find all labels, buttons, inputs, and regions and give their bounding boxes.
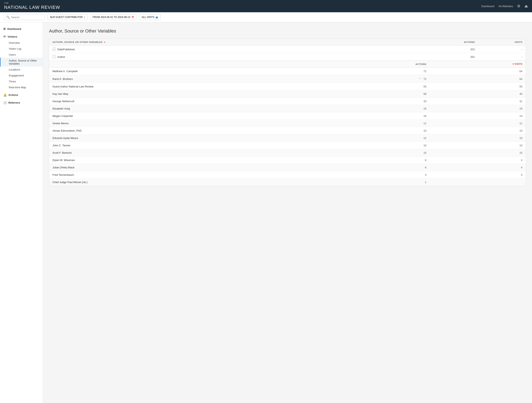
sub-row-actions: 16 — [328, 112, 430, 120]
sub-row-name: Ameer Benno — [49, 120, 328, 127]
variable-sort-arrow[interactable]: ▾ — [104, 41, 105, 43]
sidebar-actions-label: Actions — [8, 93, 18, 97]
bell-icon: 🔔 — [3, 93, 7, 97]
sub-row-name: Kay Van Wey — [49, 90, 328, 98]
sidebar-group-actions[interactable]: 🔔 Actions — [0, 91, 43, 98]
sidebar-item-author-source[interactable]: Author, Source or Other Variables — [0, 58, 43, 67]
sidebar-item-visitor-log[interactable]: Visitor Log — [0, 46, 43, 52]
sidebar-group-visitors[interactable]: ♾ Visitors — [0, 33, 43, 40]
sidebar-item-times[interactable]: Times — [0, 78, 43, 84]
sub-row-visits: 3 — [430, 171, 526, 179]
sub-row-visits: 31 — [430, 98, 526, 105]
sidebar-item-locations[interactable]: Locations — [0, 67, 43, 72]
logo-sub: THE — [4, 2, 60, 5]
sub-row-actions: 〰72 — [328, 75, 430, 83]
table-row: Scott F. Bertschi1010 — [49, 149, 526, 156]
table-row: − Author 392 - — [49, 53, 526, 61]
visits-filter-button[interactable]: ALL VISITS 👥 — [139, 14, 161, 20]
sub-col-visits[interactable]: ▾ VISITS — [430, 61, 526, 68]
expand-icon-datepublished[interactable]: + — [52, 48, 56, 51]
sub-row-visits: 4 — [430, 164, 526, 171]
search-box[interactable]: 🔍 — [4, 14, 45, 20]
grid-icon: ⊞ — [3, 27, 6, 30]
sub-row-name: Julian (Pete) Mack — [49, 164, 328, 171]
exit-icon[interactable]: ⏏ — [525, 4, 528, 8]
trend-icon[interactable]: 〰 — [418, 77, 422, 80]
layout: ⊞ Dashboard ♾ Visitors Overview Visitor … — [0, 22, 532, 403]
sidebar-dashboard-label: Dashboard — [7, 27, 21, 30]
visitors-icon: ♾ — [3, 35, 6, 38]
toolbar: 🔍 NLR GUEST CONTRIBUTOR ▾ FROM 2024-05-0… — [0, 12, 532, 22]
referrers-icon: ⬜ — [3, 101, 7, 104]
row-visits-datepublished: - — [478, 46, 526, 53]
sub-row-actions: 33 — [328, 98, 430, 105]
sub-row-visits: 50 — [430, 83, 526, 90]
table-row: Aimee Edmondson, PhD1010 — [49, 127, 526, 135]
search-input[interactable] — [11, 16, 43, 19]
table-row: John C. Tanner1010 — [49, 142, 526, 149]
expand-icon-author[interactable]: − — [52, 55, 56, 58]
sidebar-item-engagement[interactable]: Engagement — [0, 72, 43, 78]
top-table: AUTHOR, SOURCE OR OTHER VARIABLES ▾ ACTI… — [49, 39, 526, 60]
row-actions-author: 392 — [430, 53, 478, 61]
sub-row-actions: 11 — [328, 120, 430, 127]
sub-row-visits: 10 — [430, 135, 526, 142]
sidebar-section-visitors: ♾ Visitors Overview Visitor Log Users Au… — [0, 33, 43, 90]
sub-row-actions: 12 — [328, 135, 430, 142]
sub-row-visits: 15 — [430, 105, 526, 112]
sub-row-name: Matthew A. Campbell — [49, 68, 328, 75]
nav-all-websites[interactable]: All Websites — [499, 5, 513, 8]
row-variable: − Author — [49, 53, 430, 61]
sub-row-visits: 10 — [430, 142, 526, 149]
sub-row-name: Scott F. Bertschi — [49, 149, 328, 156]
sub-row-actions: 72 — [328, 68, 430, 75]
col-header-actions: ACTIONS — [430, 39, 478, 46]
table-row: Ameer Benno1111 — [49, 120, 526, 127]
sidebar-section-actions: 🔔 Actions — [0, 91, 43, 98]
sidebar-section-referrers: ⬜ Referrers — [0, 99, 43, 106]
sub-row-actions: 10 — [328, 142, 430, 149]
sidebar-group-referrers[interactable]: ⬜ Referrers — [0, 99, 43, 106]
date-filter-button[interactable]: FROM 2024-05-01 TO 2024-08-13 📅 — [90, 14, 137, 20]
row-label-datepublished: DatePublished — [57, 48, 75, 51]
sub-row-visits: 64 — [430, 68, 526, 75]
contributor-filter-button[interactable]: NLR GUEST CONTRIBUTOR ▾ — [47, 14, 88, 20]
header: THE NATIONAL LAW REVIEW Dashboard All We… — [0, 0, 532, 12]
visits-sort-arrow: ▾ — [513, 63, 515, 65]
sidebar-section-dashboard: ⊞ Dashboard — [0, 26, 43, 32]
sub-table: ACTIONS ▾ VISITS Matthew A. Campbell7264… — [49, 60, 526, 186]
logo: THE NATIONAL LAW REVIEW — [4, 2, 60, 10]
sub-row-actions: 15 — [328, 105, 430, 112]
visits-icon: 👥 — [156, 16, 158, 18]
sub-row-name: Chief Judge Paul Michel (ret.) — [49, 179, 328, 186]
table-row: + DatePublished 303 - — [49, 46, 526, 53]
row-variable: + DatePublished — [49, 46, 430, 53]
table-row: Rand K. Brothers〰7264 — [49, 75, 526, 83]
sub-row-actions: 6 — [328, 164, 430, 171]
contributor-filter-arrow: ▾ — [84, 16, 85, 18]
sub-row-name: Dylan W. Wiseman — [49, 156, 328, 164]
row-label-author: Author — [57, 55, 65, 58]
nav-dashboard[interactable]: Dashboard — [481, 5, 494, 8]
sub-row-visits: 45 — [430, 90, 526, 98]
sidebar-item-realtime-map[interactable]: Real-time Map — [0, 84, 43, 90]
sub-row-actions: 10 — [328, 127, 430, 135]
table-row: Elizabeth Vulaj1515 — [49, 105, 526, 112]
table-row: Kay Van Wey5845 — [49, 90, 526, 98]
col-header-variable: AUTHOR, SOURCE OR OTHER VARIABLES ▾ — [49, 39, 430, 46]
sub-row-actions: 6 — [328, 156, 430, 164]
sub-row-name: Eduardo Ayala Maura — [49, 135, 328, 142]
gear-icon[interactable]: ⚙ — [517, 4, 520, 8]
sub-col-actions[interactable]: ACTIONS — [328, 61, 430, 68]
table-row: Megan Carpenter1614 — [49, 112, 526, 120]
sub-row-name: George Nethercutt — [49, 98, 328, 105]
table-row: Eduardo Ayala Maura1210 — [49, 135, 526, 142]
sub-row-visits: 11 — [430, 120, 526, 127]
sidebar-group-dashboard[interactable]: ⊞ Dashboard — [0, 26, 43, 32]
sidebar-item-overview[interactable]: Overview — [0, 40, 43, 46]
sidebar-item-users[interactable]: Users — [0, 52, 43, 58]
table-row: Chief Judge Paul Michel (ret.)1 — [49, 179, 526, 186]
sub-row-name: Aimee Edmondson, PhD — [49, 127, 328, 135]
col-header-visits: VISITS — [478, 39, 526, 46]
sub-row-name: Rand K. Brothers — [49, 75, 328, 83]
